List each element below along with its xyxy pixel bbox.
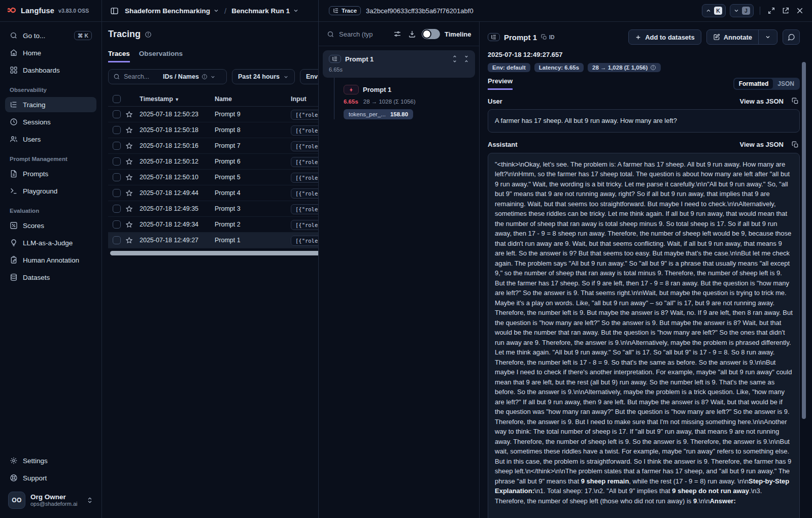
sidebar-item-home[interactable]: Home <box>5 45 96 60</box>
observation-tree-panel: Timeline Prompt 1 6.65s <box>319 22 480 518</box>
table-row[interactable]: 2025-07-18 12:50:12 Prompt 6 [{"role":"u… <box>108 154 319 170</box>
comments-button[interactable] <box>783 29 800 45</box>
latency-badge: Latency: 6.65s <box>534 63 584 72</box>
table-row[interactable]: 2025-07-18 12:50:16 Prompt 7 [{"role":"u… <box>108 138 319 154</box>
row-checkbox[interactable] <box>113 157 121 166</box>
tab-traces[interactable]: Traces <box>108 50 130 62</box>
sidebar-item-label: Playground <box>23 187 57 195</box>
sidebar-item-support[interactable]: Support <box>5 470 96 485</box>
star-icon[interactable] <box>125 126 140 134</box>
row-name: Prompt 1 <box>215 237 291 244</box>
copy-id-button[interactable]: ID <box>541 34 555 40</box>
sidebar-item-sessions[interactable]: Sessions <box>5 114 96 130</box>
clipboard-pen-icon <box>10 256 18 264</box>
table-row[interactable]: 2025-07-18 12:49:27 Prompt 1 [{"role":"u… <box>108 233 319 248</box>
annotate-dropdown-button[interactable] <box>759 30 777 44</box>
table-row[interactable]: 2025-07-18 12:50:18 Prompt 8 [{"role":"u… <box>108 122 319 138</box>
star-icon[interactable] <box>125 158 140 166</box>
row-checkbox[interactable] <box>113 110 121 118</box>
row-checkbox[interactable] <box>113 126 121 134</box>
sidebar-item-tracing[interactable]: Tracing <box>5 97 96 112</box>
filter-sliders-icon[interactable] <box>392 29 402 39</box>
tab-observations[interactable]: Observations <box>139 50 183 62</box>
star-icon[interactable] <box>125 205 140 213</box>
generation-badge <box>344 85 359 94</box>
table-header-row: Timestamp ▼ Name Input <box>108 91 319 107</box>
sidebar-section-observability: Observability <box>10 87 92 93</box>
row-checkbox[interactable] <box>113 189 121 197</box>
sidebar-item-datasets[interactable]: Datasets <box>5 270 96 285</box>
table-row[interactable]: 2025-07-18 12:49:44 Prompt 4 [{"role":"u… <box>108 185 319 201</box>
format-formatted-option[interactable]: Formatted <box>734 79 773 89</box>
star-icon[interactable] <box>125 111 140 118</box>
unfold-vertical-icon[interactable] <box>451 55 458 62</box>
prev-trace-button[interactable]: K <box>702 4 726 17</box>
sidebar-item-users[interactable]: Users <box>5 132 96 147</box>
breadcrumb-project[interactable]: Shadeform Benchmarking <box>125 7 219 15</box>
user-view-as-json-button[interactable]: View as JSON <box>740 98 784 105</box>
copy-icon[interactable] <box>791 96 800 106</box>
tab-preview[interactable]: Preview <box>488 77 513 90</box>
tree-node-trace[interactable]: Prompt 1 6.65s <box>323 50 475 78</box>
sidebar-item-human-annotation[interactable]: Human Annotation <box>5 252 96 268</box>
copy-icon[interactable] <box>791 140 800 149</box>
row-checkbox[interactable] <box>113 236 121 244</box>
horizontal-scrollbar[interactable] <box>110 251 319 255</box>
star-icon[interactable] <box>125 142 140 150</box>
time-range-select[interactable]: Past 24 hours <box>232 69 295 84</box>
sidebar-item-dashboards[interactable]: Dashboards <box>5 62 96 78</box>
column-header-input[interactable]: Input <box>291 95 319 103</box>
timeline-toggle[interactable] <box>422 29 440 39</box>
fold-vertical-icon[interactable] <box>463 55 470 62</box>
home-icon <box>10 49 18 57</box>
next-trace-button[interactable]: J <box>730 4 754 17</box>
search-input[interactable] <box>124 73 159 80</box>
sidebar-item-settings[interactable]: Settings <box>5 453 96 468</box>
timeline-label: Timeline <box>445 30 471 38</box>
table-row[interactable]: 2025-07-18 12:50:10 Prompt 5 [{"role":"u… <box>108 170 319 185</box>
column-header-timestamp[interactable]: Timestamp ▼ <box>140 95 215 103</box>
row-checkbox[interactable] <box>113 205 121 213</box>
row-checkbox[interactable] <box>113 220 121 229</box>
sidebar-bottom: Settings Support OO Org Owner ops@shadef… <box>0 453 101 518</box>
column-header-name[interactable]: Name <box>215 95 291 103</box>
star-icon[interactable] <box>125 221 140 229</box>
add-to-datasets-button[interactable]: Add to datasets <box>628 29 701 45</box>
table-row[interactable]: 2025-07-18 12:50:23 Prompt 9 [{"role":"u… <box>108 107 319 122</box>
select-all-checkbox[interactable] <box>113 95 121 103</box>
annotate-button[interactable]: Annotate <box>707 30 758 44</box>
trace-search-box[interactable]: IDs / Names <box>108 69 227 84</box>
sidebar-item-prompts[interactable]: Prompts <box>5 166 96 181</box>
sidebar-item-llm-judge[interactable]: LLM-as-a-Judge <box>5 235 96 250</box>
star-icon[interactable] <box>125 237 140 244</box>
row-checkbox[interactable] <box>113 173 121 181</box>
org-switcher[interactable]: OO Org Owner ops@shadeform.ai <box>5 488 96 513</box>
breadcrumb-run[interactable]: Benchmark Run 1 <box>231 7 299 15</box>
search-scope-select[interactable]: IDs / Names <box>163 73 216 80</box>
row-checkbox[interactable] <box>113 142 121 150</box>
vertical-scrollbar[interactable] <box>802 62 806 419</box>
sidebar-item-label: Users <box>23 136 41 143</box>
chevron-down-icon <box>210 74 216 80</box>
filter-bar: IDs / Names Past 24 hours Env <box>108 69 318 84</box>
close-icon[interactable] <box>795 6 805 16</box>
table-row[interactable]: 2025-07-18 12:49:35 Prompt 3 [{"role":"u… <box>108 201 319 217</box>
detail-timestamp: 2025-07-18 12:49:27.657 <box>488 51 800 58</box>
table-row[interactable]: 2025-07-18 12:49:34 Prompt 2 [{"role":"u… <box>108 217 319 233</box>
tree-node-generation[interactable]: Prompt 1 6.65s 28 → 1028 (Σ 1056) tokens… <box>334 78 475 119</box>
maximize-icon[interactable] <box>766 6 776 16</box>
external-link-icon[interactable] <box>781 6 791 16</box>
tree-search-input[interactable] <box>339 30 388 38</box>
chevron-down-icon <box>765 34 771 40</box>
env-filter-select[interactable]: Env <box>300 69 318 84</box>
star-icon[interactable] <box>125 189 140 197</box>
sidebar-item-scores[interactable]: Scores <box>5 218 96 233</box>
format-json-option[interactable]: JSON <box>773 79 799 89</box>
assistant-view-as-json-button[interactable]: View as JSON <box>740 141 784 148</box>
panel-left-icon[interactable] <box>109 6 120 16</box>
star-icon[interactable] <box>125 174 140 181</box>
download-icon[interactable] <box>407 29 417 39</box>
tokens-badge[interactable]: 28 → 1,028 (Σ 1,056) <box>588 63 661 72</box>
sidebar-item-goto[interactable]: Go to... ⌘ K <box>5 28 96 43</box>
sidebar-item-playground[interactable]: Playground <box>5 183 96 199</box>
